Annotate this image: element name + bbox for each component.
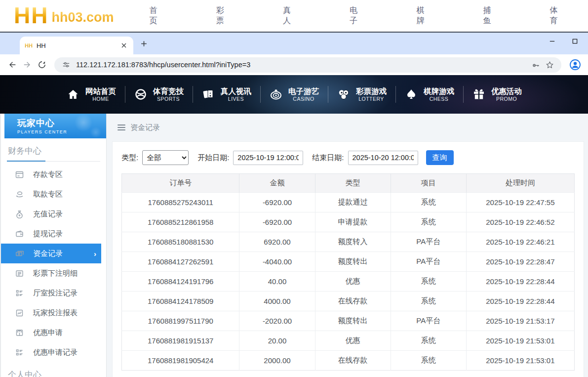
cell-item: 系统 (391, 193, 466, 212)
password-key-icon[interactable] (529, 58, 543, 72)
browser-tab[interactable]: HH HH (20, 37, 133, 54)
game-nav-item[interactable]: 真人视讯 LIVES (193, 82, 260, 107)
site-nav-item[interactable]: 首页 (150, 1, 188, 30)
promo-records-icon (15, 348, 24, 357)
type-label: 类型: (121, 153, 138, 163)
game-nav-item[interactable]: 彩票游戏 LOTTERY (328, 82, 395, 107)
cell-amount: 4000.00 (239, 292, 315, 311)
table-header-cell: 处理时间 (466, 174, 574, 193)
sidebar-item[interactable]: 优惠申请 (1, 323, 106, 342)
maximize-button[interactable] (570, 37, 579, 45)
table-row[interactable]: 1760884127262591 -4040.00 额度转出 PA平台 2025… (122, 252, 575, 272)
game-nav-label-en: CASINO (293, 96, 314, 102)
table-row[interactable]: 1760881981915137 20.00 优惠 系统 2025-10-19 … (122, 331, 575, 351)
window-controls (548, 33, 579, 49)
tab-close-icon[interactable] (119, 41, 128, 50)
game-nav-label-en: LIVES (228, 96, 244, 102)
game-nav-label-en: SPORTS (157, 96, 180, 102)
bookmark-star-icon[interactable] (543, 58, 556, 72)
gift-icon (472, 87, 486, 101)
forward-button[interactable] (20, 57, 35, 72)
cell-order-no: 1760881981905424 (122, 351, 239, 371)
type-select[interactable]: 全部 (142, 150, 189, 165)
sidebar-item-label: 充值记录 (33, 209, 63, 219)
cell-amount: -2020.00 (239, 311, 315, 331)
sidebar-item[interactable]: 充值记录 (1, 204, 106, 224)
cell-order-no: 1760884124191796 (122, 272, 239, 292)
game-nav-item[interactable]: 优惠活动 PROMO (463, 82, 531, 107)
cell-type: 提款通过 (315, 193, 391, 212)
table-header-cell: 金额 (239, 174, 315, 193)
site-nav-item[interactable]: 棋牌 (416, 1, 454, 30)
sidebar-item[interactable]: 厅室投注记录 (1, 283, 106, 303)
sidebar-item[interactable]: 资金记录 › (1, 244, 101, 263)
sports-ball-icon (134, 87, 148, 101)
reload-button[interactable] (35, 57, 49, 72)
sidebar-item[interactable]: 提现记录 (1, 224, 106, 244)
game-nav-label-en: LOTTERY (358, 96, 384, 102)
sidebar-item-label: 资金记录 (33, 249, 63, 258)
sidebar-item-label: 取款专区 (33, 190, 63, 199)
tab-search-button[interactable] (4, 37, 18, 50)
table-row[interactable]: 1760885212861958 -6920.00 申请提款 系统 2025-1… (122, 212, 575, 232)
site-nav-item[interactable]: 体育 (550, 1, 588, 30)
game-nav-item[interactable]: 电子游艺 CASINO (260, 82, 328, 107)
sidebar-item[interactable]: 优惠申请记录 (1, 342, 106, 362)
table-row[interactable]: 1760884124178509 4000.00 在线存款 系统 2025-10… (122, 292, 575, 311)
section-personal-center: 个人中心 (7, 362, 100, 377)
address-bar[interactable]: 112.121.172.181:8783/hhcp/usercenter.htm… (54, 57, 561, 73)
sidebar-item-label: 存款专区 (33, 170, 63, 179)
table-header-row: 订单号金额类型项目处理时间 (122, 174, 575, 193)
end-date-input[interactable] (348, 151, 418, 165)
lottery-balls-icon (337, 87, 351, 101)
cell-type: 额度转出 (315, 311, 391, 331)
game-nav-label-cn: 彩票游戏 (356, 86, 387, 96)
site-nav-label: 真人 (283, 5, 291, 26)
site-info-icon[interactable] (59, 58, 73, 72)
table-row[interactable]: 1760881997511790 -2020.00 额度转出 PA平台 2025… (122, 311, 575, 331)
table-row[interactable]: 1760884124191796 40.00 优惠 系统 2025-10-19 … (122, 272, 575, 292)
main-area: 资金记录 类型: 全部 开始日期: 结束日期: 查询 (107, 114, 588, 377)
browser-profile-icon[interactable] (567, 57, 583, 73)
sidebar-item[interactable]: 彩票下注明细 (1, 263, 106, 283)
site-nav-item[interactable]: 捕鱼 (483, 1, 521, 30)
playing-cards-icon (201, 87, 215, 101)
records-panel: 类型: 全部 开始日期: 结束日期: 查询 订单号 (112, 141, 584, 377)
game-nav-item[interactable]: 棋牌游戏 CHESS (395, 82, 463, 107)
game-nav-label-cn: 优惠活动 (491, 86, 522, 96)
game-nav-label-cn: 电子游艺 (288, 86, 319, 96)
sidebar-item[interactable]: 取款专区 (1, 184, 106, 204)
sidebar-item[interactable]: 玩家投注报表 (1, 303, 106, 323)
sidebar-item-label: 优惠申请 (33, 328, 63, 337)
query-button[interactable]: 查询 (426, 150, 454, 165)
back-button[interactable] (5, 57, 20, 72)
site-nav-item[interactable]: 真人 (283, 1, 321, 30)
new-tab-button[interactable] (137, 37, 150, 50)
cell-type: 申请提款 (315, 212, 391, 232)
cell-type: 优惠 (315, 272, 391, 292)
table-row[interactable]: 1760881981905424 2000.00 在线存款 系统 2025-10… (122, 351, 575, 371)
logo-domain: hh03.com (51, 10, 114, 25)
sidebar-item[interactable]: 存款专区 (1, 165, 106, 184)
chevron-right-icon: › (94, 250, 96, 258)
site-nav-item[interactable]: 电子 (350, 1, 388, 30)
sidebar-item-label: 提现记录 (33, 229, 63, 239)
hamburger-icon[interactable] (118, 125, 125, 130)
game-nav-item[interactable]: 网站首页 HOME (57, 82, 125, 107)
cell-item: PA平台 (391, 311, 466, 331)
cell-time: 2025-10-19 21:53:17 (466, 311, 574, 331)
table-row[interactable]: 1760885275243011 -6920.00 提款通过 系统 2025-1… (122, 193, 575, 212)
url-text[interactable]: 112.121.172.181:8783/hhcp/usercenter.htm… (76, 61, 529, 69)
start-date-input[interactable] (233, 151, 303, 165)
site-nav-item[interactable]: 彩票 (216, 1, 254, 30)
minimize-button[interactable] (548, 37, 556, 45)
section-finance-center: 财务中心 (7, 138, 100, 162)
table-row[interactable]: 1760885180881530 6920.00 额度转入 PA平台 2025-… (122, 232, 575, 252)
game-nav-item[interactable]: 体育竞技 SPORTS (125, 82, 193, 107)
game-nav-label-en: HOME (92, 96, 109, 102)
chevron-down-icon (361, 1, 388, 30)
site-logo[interactable]: HH hh03.com (14, 5, 114, 26)
cell-order-no: 1760885275243011 (122, 193, 239, 212)
cell-time: 2025-10-19 22:47:55 (466, 193, 574, 212)
chevron-down-icon (294, 1, 321, 30)
